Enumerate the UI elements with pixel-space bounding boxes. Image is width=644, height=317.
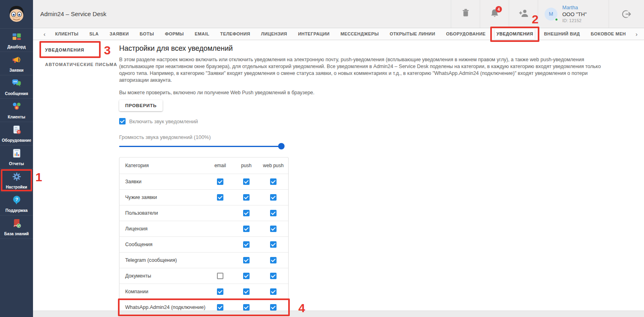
online-status-dot bbox=[555, 18, 558, 21]
tab-клиенты[interactable]: КЛИЕНТЫ bbox=[54, 29, 80, 39]
person-add-button[interactable] bbox=[509, 0, 538, 28]
bottom-strip bbox=[33, 311, 644, 317]
tab-заявки[interactable]: ЗАЯВКИ bbox=[108, 29, 130, 39]
header-actions: 4 M Martha ООО "ТН" ID: 12152 bbox=[451, 0, 644, 28]
sidebar-item-reports[interactable]: Отчеты bbox=[0, 145, 33, 169]
megaphone-icon bbox=[11, 54, 22, 67]
cell-web-push bbox=[258, 210, 288, 216]
trash-button[interactable] bbox=[451, 0, 480, 28]
web-push-checkbox[interactable] bbox=[270, 178, 277, 185]
email-checkbox[interactable] bbox=[217, 273, 223, 279]
trash-icon bbox=[460, 7, 472, 21]
tab-лицензия[interactable]: ЛИЦЕНЗИЯ bbox=[260, 29, 289, 39]
verify-button[interactable]: ПРОВЕРИТЬ bbox=[119, 100, 163, 111]
sidebar-item-label: Поддержка bbox=[5, 208, 27, 213]
push-checkbox[interactable] bbox=[243, 194, 250, 201]
sidebar-item-clients[interactable]: Клиенты bbox=[0, 99, 33, 122]
sidebar-item-tickets[interactable]: Заявки bbox=[0, 52, 33, 75]
tabs-scroll-right-icon[interactable]: › bbox=[636, 31, 638, 37]
table-row: Заявки bbox=[120, 174, 288, 189]
push-checkbox[interactable] bbox=[243, 226, 250, 232]
tab-формы[interactable]: ФОРМЫ bbox=[163, 29, 186, 39]
cell-push bbox=[234, 178, 258, 185]
notification-settings-panel: Настройки для всех уведомлений В этом ра… bbox=[119, 44, 638, 315]
web-push-checkbox[interactable] bbox=[270, 273, 277, 279]
tab-открытые-линии[interactable]: ОТКРЫТЫЕ ЛИНИИ bbox=[388, 29, 437, 39]
email-checkbox[interactable] bbox=[217, 178, 223, 185]
sidebar-item-label: Настройки bbox=[6, 185, 27, 189]
logout-icon bbox=[621, 8, 633, 20]
volume-slider[interactable] bbox=[119, 143, 283, 149]
logout-button[interactable] bbox=[609, 0, 644, 28]
tab-телефония[interactable]: ТЕЛЕФОНИЯ bbox=[219, 29, 252, 39]
email-checkbox[interactable] bbox=[217, 304, 223, 311]
settings-tabbar: ‹ КЛИЕНТЫSLAЗАЯВКИБОТЫФОРМЫEMAILТЕЛЕФОНИ… bbox=[33, 28, 644, 40]
tab-уведомления[interactable]: УВЕДОМЛЕНИЯ2 bbox=[495, 29, 535, 39]
tab-боты[interactable]: БОТЫ bbox=[138, 29, 156, 39]
volume-slider-track[interactable] bbox=[119, 146, 283, 147]
tab-email[interactable]: EMAIL bbox=[193, 29, 211, 39]
push-checkbox[interactable] bbox=[243, 178, 250, 185]
sidebar-item-support[interactable]: ?Поддержка bbox=[0, 192, 33, 215]
sound-toggle-row[interactable]: Включить звук уведомлений bbox=[119, 118, 638, 124]
cell-push bbox=[234, 241, 258, 248]
category-label: Чужие заявки bbox=[120, 195, 206, 200]
settings-submenu: УВЕДОМЛЕНИЯ3АВТОМАТИЧЕСКИЕ ПИСЬМА bbox=[33, 40, 119, 72]
bell-button[interactable]: 4 bbox=[480, 0, 509, 28]
sound-checkbox[interactable] bbox=[119, 118, 126, 124]
avatar-initial: M bbox=[549, 11, 553, 17]
sidebar-item-equipment[interactable]: Оборудование bbox=[0, 122, 33, 145]
tab-sla[interactable]: SLA bbox=[88, 29, 100, 39]
push-checkbox[interactable] bbox=[243, 288, 250, 295]
submenu-item-уведомления[interactable]: УВЕДОМЛЕНИЯ3 bbox=[40, 43, 119, 57]
push-checkbox[interactable] bbox=[243, 257, 250, 263]
sidebar-item-label: Отчеты bbox=[9, 162, 24, 166]
sidebar-item-settings[interactable]: Настройки1 bbox=[0, 169, 33, 192]
sidebar-nav: ДашбордЗаявкиСообщенияКлиентыОборудовани… bbox=[0, 28, 33, 239]
volume-slider-thumb[interactable] bbox=[278, 143, 285, 149]
push-checkbox[interactable] bbox=[243, 241, 250, 248]
table-row: Пользователи bbox=[120, 205, 288, 221]
sidebar-item-messages[interactable]: Сообщения bbox=[0, 75, 33, 99]
web-push-checkbox[interactable] bbox=[270, 288, 277, 295]
push-checkbox[interactable] bbox=[243, 273, 250, 279]
cell-push bbox=[234, 288, 258, 295]
tab-боковое-мен[interactable]: БОКОВОЕ МЕН bbox=[589, 29, 627, 39]
web-push-checkbox[interactable] bbox=[270, 226, 277, 232]
push-checkbox[interactable] bbox=[243, 304, 250, 311]
app-logo-avatar[interactable] bbox=[0, 0, 33, 28]
cell-web-push bbox=[258, 178, 288, 185]
top-header: Admin24 – Service Desk 4 M Martha ООО "Т… bbox=[33, 0, 644, 28]
tab-интеграции[interactable]: ИНТЕГРАЦИИ bbox=[297, 29, 331, 39]
sidebar-item-dashboard[interactable]: Дашборд bbox=[0, 29, 33, 52]
submenu-item-автоматические-письма[interactable]: АВТОМАТИЧЕСКИЕ ПИСЬМА bbox=[40, 57, 119, 72]
tab-мессенджеры[interactable]: МЕССЕНДЖЕРЫ bbox=[339, 29, 380, 39]
tabs-scroll-left-icon[interactable]: ‹ bbox=[43, 31, 45, 37]
table-header-row: Категорияemailpushweb push bbox=[120, 157, 288, 174]
table-row: Документы bbox=[120, 268, 288, 284]
tab-внешний-вид[interactable]: ВНЕШНИЙ ВИД bbox=[543, 29, 582, 39]
cell-push bbox=[234, 210, 258, 216]
tab-оборудование[interactable]: ОБОРУДОВАНИЕ bbox=[444, 29, 487, 39]
cell-push bbox=[234, 257, 258, 263]
web-push-checkbox[interactable] bbox=[270, 241, 277, 248]
web-push-checkbox[interactable] bbox=[270, 210, 277, 216]
category-label: Пользователи bbox=[120, 210, 206, 216]
user-menu[interactable]: M Martha ООО "ТН" ID: 12152 bbox=[538, 0, 609, 28]
table-row: Компании bbox=[120, 284, 288, 299]
webpush-check-hint: Вы можете проверить, включено ли получен… bbox=[119, 90, 638, 96]
email-checkbox[interactable] bbox=[217, 288, 223, 295]
category-label: Компании bbox=[120, 289, 206, 294]
email-checkbox[interactable] bbox=[217, 194, 223, 201]
category-label: Лицензия bbox=[120, 226, 206, 232]
cartoon-face-icon bbox=[6, 3, 27, 25]
category-label: WhatsApp.Admin24 (подключение) bbox=[120, 305, 206, 310]
web-push-checkbox[interactable] bbox=[270, 194, 277, 201]
cell-push bbox=[234, 273, 258, 279]
book-icon bbox=[11, 218, 22, 230]
cell-email bbox=[206, 178, 234, 185]
web-push-checkbox[interactable] bbox=[270, 257, 277, 263]
push-checkbox[interactable] bbox=[243, 210, 250, 216]
sidebar-item-knowledge[interactable]: База знаний bbox=[0, 215, 33, 239]
web-push-checkbox[interactable] bbox=[270, 304, 277, 311]
